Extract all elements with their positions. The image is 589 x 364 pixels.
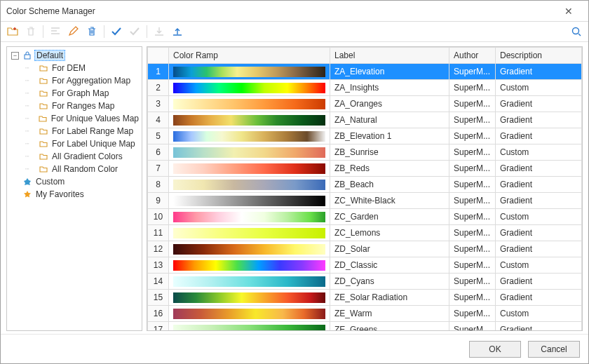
color-ramp-swatch <box>173 67 325 77</box>
tree-child[interactable]: ┈For Aggregation Map <box>8 74 140 87</box>
cell-desc: Gradient <box>496 241 582 257</box>
table-row[interactable]: 13ZD_ClassicSuperM...Custom <box>148 257 582 274</box>
cell-author: SuperM... <box>449 177 496 193</box>
header-rownum[interactable] <box>148 48 169 64</box>
table-row[interactable]: 17ZE_GreensSuperM...Gradient <box>148 322 582 331</box>
table-row[interactable]: 9ZC_White-BlackSuperM...Gradient <box>148 193 582 209</box>
tree-root-default[interactable]: − Default <box>8 49 140 62</box>
tree-child[interactable]: ┈For Ranges Map <box>8 100 140 112</box>
cell-author: SuperM... <box>449 128 496 144</box>
cell-author: SuperM... <box>449 161 496 177</box>
table-row[interactable]: 11ZC_LemonsSuperM...Gradient <box>148 225 582 241</box>
cell-ramp <box>169 225 330 241</box>
folder-icon <box>39 76 48 86</box>
table-row[interactable]: 15ZE_Solar RadiationSuperM...Gradient <box>148 290 582 306</box>
header-desc[interactable]: Description <box>496 48 582 64</box>
tree-child[interactable]: ┈For Unique Values Map <box>8 112 140 125</box>
header-ramp[interactable]: Color Ramp <box>169 48 330 64</box>
table-row[interactable]: 4ZA_NaturalSuperM...Gradient <box>148 112 582 128</box>
ok-button[interactable]: OK <box>469 341 521 358</box>
cell-author: SuperM... <box>449 80 496 96</box>
toolbar-separator <box>43 25 43 38</box>
tree-label: For DEM <box>50 63 87 73</box>
table-row[interactable]: 14ZD_CyansSuperM...Gradient <box>148 274 582 290</box>
tree-child[interactable]: ┈For Label Range Map <box>8 125 140 137</box>
export-button[interactable] <box>170 24 185 39</box>
color-ramp-swatch <box>173 276 325 287</box>
color-ramp-swatch <box>173 325 325 331</box>
table-row[interactable]: 1ZA_ElevationSuperM...Gradient <box>148 64 582 80</box>
folder-icon <box>38 114 47 123</box>
edit-button[interactable] <box>66 24 81 39</box>
import-button[interactable] <box>151 24 167 39</box>
cell-rownum: 13 <box>148 257 169 274</box>
header-author[interactable]: Author <box>449 48 496 64</box>
new-group-button[interactable] <box>5 24 20 39</box>
tree-label: For Graph Map <box>50 88 110 98</box>
lines-icon <box>50 26 61 37</box>
download-icon <box>154 26 165 37</box>
folder-icon <box>39 88 48 98</box>
tree-label: All Gradient Colors <box>50 151 124 161</box>
close-button[interactable]: ✕ <box>555 6 583 17</box>
cell-rownum: 8 <box>148 177 169 193</box>
tree-child[interactable]: ┈All Random Color <box>8 163 140 175</box>
cell-ramp <box>169 144 330 161</box>
window-title: Color Scheme Manager <box>6 6 555 16</box>
cell-label: ZA_Insights <box>330 80 449 96</box>
table-row[interactable]: 8ZB_BeachSuperM...Gradient <box>148 177 582 193</box>
cell-rownum: 6 <box>148 144 169 161</box>
cell-rownum: 15 <box>148 290 169 306</box>
delete-button[interactable] <box>23 24 39 39</box>
cell-rownum: 9 <box>148 193 169 209</box>
collapse-icon[interactable]: − <box>11 52 19 60</box>
table-row[interactable]: 6ZB_SunriseSuperM...Custom <box>148 144 582 161</box>
toolbar-separator <box>104 25 104 38</box>
check-all-button[interactable] <box>127 24 142 39</box>
tree-child[interactable]: ┈For Graph Map <box>8 87 140 100</box>
cell-label: ZD_Classic <box>330 257 449 274</box>
toolbar <box>1 22 588 42</box>
cell-author: SuperM... <box>449 193 496 209</box>
cell-author: SuperM... <box>449 96 496 112</box>
cell-rownum: 11 <box>148 225 169 241</box>
trash-icon <box>25 26 36 37</box>
tree-panel[interactable]: − Default ┈For DEM┈For Aggregation Map┈F… <box>6 46 142 331</box>
trash-outline-icon <box>86 26 97 37</box>
upload-icon <box>172 26 183 37</box>
color-ramp-swatch <box>173 83 325 93</box>
cell-rownum: 7 <box>148 161 169 177</box>
tree-child[interactable]: ┈For Label Unique Map <box>8 137 140 150</box>
header-label[interactable]: Label <box>330 48 449 64</box>
table-row[interactable]: 16ZE_WarmSuperM...Custom <box>148 306 582 322</box>
table-row[interactable]: 12ZD_SolarSuperM...Gradient <box>148 241 582 257</box>
tree-child[interactable]: ┈For DEM <box>8 62 140 74</box>
color-ramp-swatch <box>173 228 325 238</box>
cell-rownum: 16 <box>148 306 169 322</box>
cell-author: SuperM... <box>449 64 496 80</box>
color-ramp-swatch <box>173 212 325 222</box>
table-row[interactable]: 7ZB_RedsSuperM...Gradient <box>148 161 582 177</box>
tree-child[interactable]: ┈All Gradient Colors <box>8 150 140 163</box>
cancel-label: Cancel <box>541 344 567 354</box>
color-scheme-grid[interactable]: Color Ramp Label Author Description 1ZA_… <box>147 47 582 330</box>
cell-author: SuperM... <box>449 209 496 225</box>
cell-desc: Custom <box>496 209 582 225</box>
table-row[interactable]: 3ZA_OrangesSuperM...Gradient <box>148 96 582 112</box>
cell-rownum: 17 <box>148 322 169 331</box>
cancel-button[interactable]: Cancel <box>528 341 580 358</box>
tree-custom[interactable]: Custom <box>8 175 140 188</box>
cell-label: ZA_Oranges <box>330 96 449 112</box>
align-button[interactable] <box>48 24 63 39</box>
table-row[interactable]: 2ZA_InsightsSuperM...Custom <box>148 80 582 96</box>
color-ramp-swatch <box>173 115 325 126</box>
color-ramp-swatch <box>173 309 325 319</box>
search-button[interactable] <box>569 24 584 39</box>
tree-favorites[interactable]: My Favorites <box>8 188 140 201</box>
color-ramp-swatch <box>173 163 325 174</box>
table-row[interactable]: 10ZC_GardenSuperM...Custom <box>148 209 582 225</box>
delete-scheme-button[interactable] <box>84 24 100 39</box>
check-button[interactable] <box>109 24 124 39</box>
table-row[interactable]: 5ZB_Elevation 1SuperM...Gradient <box>148 128 582 144</box>
color-ramp-swatch <box>173 244 325 255</box>
